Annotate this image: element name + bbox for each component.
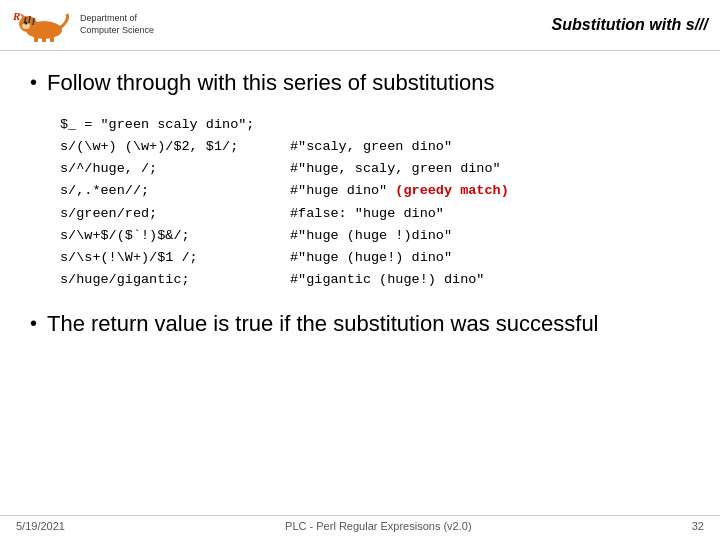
footer: 5/19/2021 PLC - Perl Regular Expresisons…	[0, 515, 720, 532]
code-left-5: s/\w+$/($`!)$&/;	[60, 225, 290, 247]
code-left-1: s/(\w+) (\w+)/$2, $1/;	[60, 136, 290, 158]
code-row-7: s/huge/gigantic; # "gigantic (huge!) din…	[60, 269, 690, 291]
code-left-2: s/^/huge, /;	[60, 158, 290, 180]
bullet-1-text: Follow through with this series of subst…	[47, 69, 495, 98]
code-left-6: s/\s+(!\W+)/$1 /;	[60, 247, 290, 269]
bullet-dot-2: •	[30, 310, 37, 336]
code-left-7: s/huge/gigantic;	[60, 269, 290, 291]
code-row-4: s/green/red; # false: "huge dino"	[60, 203, 690, 225]
code-left-0: $_ = "green scaly dino";	[60, 114, 290, 136]
code-right-2: "huge, scaly, green dino"	[298, 158, 501, 180]
code-hash-4: #	[290, 203, 298, 225]
bullet-dot-1: •	[30, 69, 37, 95]
code-row-2: s/^/huge, /; # "huge, scaly, green dino"	[60, 158, 690, 180]
header-title: Substitution with s///	[552, 16, 708, 34]
svg-rect-11	[50, 36, 54, 42]
logo-area: R Department of Computer Science	[12, 6, 154, 44]
code-hash-2: #	[290, 158, 298, 180]
bullet-1: • Follow through with this series of sub…	[30, 69, 690, 98]
code-left-3: s/,.*een//;	[60, 180, 290, 202]
code-row-1: s/(\w+) (\w+)/$2, $1/; # "scaly, green d…	[60, 136, 690, 158]
greedy-label: (greedy match)	[395, 180, 508, 202]
svg-line-4	[29, 16, 30, 23]
tiger-logo-icon: R	[12, 6, 74, 44]
code-hash-1: #	[290, 136, 298, 158]
code-row-6: s/\s+(!\W+)/$1 /; # "huge (huge!) dino"	[60, 247, 690, 269]
code-hash-6: #	[290, 247, 298, 269]
svg-text:R: R	[12, 10, 20, 22]
code-right-7: "gigantic (huge!) dino"	[298, 269, 484, 291]
code-row-5: s/\w+$/($`!)$&/; # "huge (huge !)dino"	[60, 225, 690, 247]
code-row-3: s/,.*een//; # "huge dino" (greedy match)	[60, 180, 690, 202]
code-right-5: "huge (huge !)dino"	[298, 225, 452, 247]
footer-center: PLC - Perl Regular Expresisons (v2.0)	[285, 520, 471, 532]
code-hash-5: #	[290, 225, 298, 247]
header: R Department of Computer Science Substit…	[0, 0, 720, 51]
main-content: • Follow through with this series of sub…	[0, 51, 720, 364]
code-block: $_ = "green scaly dino"; s/(\w+) (\w+)/$…	[60, 114, 690, 292]
footer-date: 5/19/2021	[16, 520, 65, 532]
code-right-4: false: "huge dino"	[298, 203, 444, 225]
svg-line-5	[33, 18, 34, 25]
code-hash-7: #	[290, 269, 298, 291]
code-right-3: "huge dino"	[298, 180, 395, 202]
code-row-0: $_ = "green scaly dino";	[60, 114, 690, 136]
svg-rect-10	[42, 36, 46, 42]
svg-rect-9	[34, 36, 38, 42]
code-hash-3: #	[290, 180, 298, 202]
code-right-1: "scaly, green dino"	[298, 136, 452, 158]
svg-point-7	[25, 22, 28, 25]
code-right-6: "huge (huge!) dino"	[298, 247, 452, 269]
bullet-2-text: The return value is true if the substitu…	[47, 310, 598, 339]
bullet-2: • The return value is true if the substi…	[30, 310, 690, 339]
dept-text: Department of Computer Science	[80, 13, 154, 36]
footer-page: 32	[692, 520, 704, 532]
code-left-4: s/green/red;	[60, 203, 290, 225]
